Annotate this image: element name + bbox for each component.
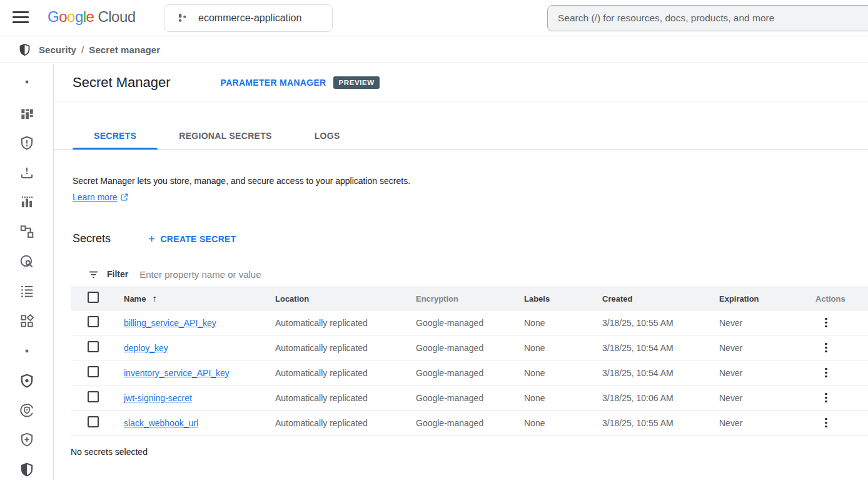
menu-icon[interactable] [13,11,29,25]
column-header-expiration: Expiration [719,294,807,304]
filter-icon [88,268,99,280]
workloads-icon[interactable] [19,223,35,240]
row-checkbox[interactable] [88,316,99,327]
page-header: Secret Manager PARAMETER MANAGER PREVIEW [54,64,868,101]
risk-shield-icon[interactable] [19,462,35,478]
table-header-row: Name↑ Location Encryption Labels Created… [71,287,868,310]
main-content: Secret Manager PARAMETER MANAGER PREVIEW… [54,64,868,480]
project-switcher-icon [176,11,189,25]
compliance-icon[interactable] [19,402,35,419]
secret-link[interactable]: slack_webhook_url [124,418,198,428]
row-actions-menu-icon[interactable] [820,342,832,354]
created-cell: 3/18/25, 10:06 AM [602,393,719,403]
column-header-labels: Labels [524,294,602,304]
breadcrumb-separator: / [81,44,84,55]
table-row: inventory_service_API_key Automatically … [71,360,868,386]
threat-detection-icon[interactable] [19,253,35,270]
row-checkbox[interactable] [88,366,99,377]
table-row: deploy_key Automatically replicated Goog… [71,335,868,360]
shield-alert-icon[interactable] [19,135,35,151]
labels-cell: None [524,318,602,328]
encryption-cell: Google-managed [416,418,524,428]
preview-badge: PREVIEW [333,76,379,89]
table-row: slack_webhook_url Automatically replicat… [71,411,868,436]
row-checkbox[interactable] [88,391,99,402]
tab-regional-secrets[interactable]: REGIONAL SECRETS [158,123,293,149]
column-header-location: Location [275,294,416,304]
row-actions-menu-icon[interactable] [820,417,832,429]
asset-list-icon[interactable] [19,283,35,299]
intro-description: Secret Manager lets you store, manage, a… [73,175,868,187]
search-input[interactable] [558,13,868,24]
secret-manager-shield-icon[interactable] [19,373,35,389]
intro-section: Secret Manager lets you store, manage, a… [73,175,868,203]
location-cell: Automatically replicated [275,368,416,378]
row-actions-menu-icon[interactable] [820,392,832,404]
tray-alert-icon[interactable] [19,165,35,181]
column-header-actions: Actions [807,294,868,304]
dot-icon [23,347,31,355]
secret-link[interactable]: inventory_service_API_key [124,368,230,378]
labels-cell: None [524,418,602,428]
encryption-cell: Google-managed [416,368,524,378]
row-actions-menu-icon[interactable] [820,367,832,379]
security-nav-rail [0,64,54,480]
tab-bar: SECRETS REGIONAL SECRETS LOGS [54,123,868,150]
breadcrumb-secret-manager[interactable]: Secret manager [89,44,160,55]
expiration-cell: Never [719,318,807,328]
expiration-cell: Never [719,343,807,353]
breadcrumb-security-link[interactable]: Security [39,44,76,55]
location-cell: Automatically replicated [275,393,416,403]
created-cell: 3/18/25, 10:54 AM [602,368,719,378]
expiration-cell: Never [719,368,807,378]
filter-label: Filter [107,269,128,279]
secret-link[interactable]: jwt-signing-secret [124,393,192,403]
top-app-bar: GoogleCloud ecommerce-application [0,0,868,36]
select-all-checkbox[interactable] [88,292,99,303]
column-header-encryption: Encryption [416,294,524,304]
encryption-cell: Google-managed [416,318,524,328]
parameter-manager-link[interactable]: PARAMETER MANAGER [221,78,326,88]
table-row: jwt-signing-secret Automatically replica… [71,386,868,411]
labels-cell: None [524,343,602,353]
security-command-center-icon[interactable] [19,106,35,122]
learn-more-row: Learn more [73,191,868,203]
row-checkbox[interactable] [88,416,99,427]
column-header-created: Created [602,294,719,304]
filter-input[interactable] [139,269,402,280]
bar-chart-icon[interactable] [19,194,35,210]
project-name: ecommerce-application [198,13,301,24]
row-actions-menu-icon[interactable] [820,317,832,329]
created-cell: 3/18/25, 10:54 AM [602,343,719,353]
breadcrumb: Security/Secret manager [39,44,160,55]
encryption-cell: Google-managed [416,393,524,403]
location-cell: Automatically replicated [275,418,416,428]
create-secret-button[interactable]: + CREATE SECRET [148,234,236,244]
row-checkbox[interactable] [88,341,99,352]
sort-ascending-icon[interactable]: ↑ [152,293,157,304]
page-title: Secret Manager [73,74,171,91]
shield-plus-icon[interactable] [19,432,35,448]
google-cloud-logo: GoogleCloud [48,8,136,26]
breadcrumb-bar: Security/Secret manager [0,36,868,63]
expiration-cell: Never [719,393,807,403]
selection-status: No secrets selected [71,447,868,457]
security-shield-icon [18,43,31,56]
column-header-name[interactable]: Name [124,294,146,304]
expiration-cell: Never [719,418,807,428]
secret-link[interactable]: billing_service_API_key [124,318,216,328]
secrets-table: Filter Name↑ Location Encryption Labels … [71,262,868,436]
secrets-section-header: Secrets + CREATE SECRET [73,232,868,245]
secrets-heading: Secrets [73,232,111,245]
filter-bar: Filter [71,262,868,287]
labels-cell: None [524,393,602,403]
secret-link[interactable]: deploy_key [124,343,168,353]
labels-cell: None [524,368,602,378]
google-logo-wordmark: Google [48,8,94,25]
tab-logs[interactable]: LOGS [293,123,361,149]
cloud-logo-text: Cloud [98,8,135,25]
learn-more-link[interactable]: Learn more [73,191,118,203]
apps-diamond-icon[interactable] [19,313,35,329]
project-selector[interactable]: ecommerce-application [164,4,333,32]
tab-secrets[interactable]: SECRETS [73,123,158,149]
